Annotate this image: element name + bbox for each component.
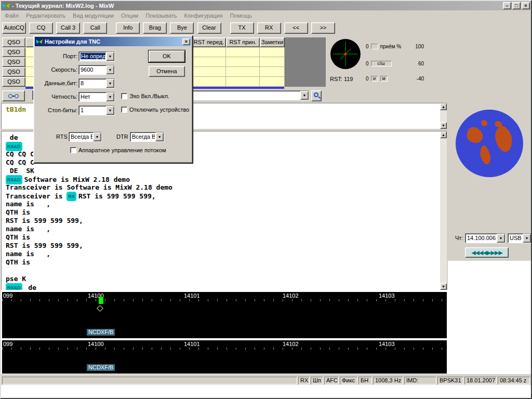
log-table-filler	[285, 37, 326, 47]
chevron-down-icon[interactable]: ▼	[155, 132, 164, 141]
chevron-down-icon[interactable]: ▼	[106, 106, 114, 115]
brag-button[interactable]: Brag	[143, 22, 167, 34]
call-button[interactable]: Call	[83, 22, 107, 34]
tx-button[interactable]: TX	[230, 22, 254, 34]
chevron-down-icon[interactable]: ▼	[497, 234, 505, 243]
menu-options[interactable]: Опции	[117, 11, 142, 20]
status-squelch-toggle[interactable]: Шп	[311, 377, 323, 384]
bye-button[interactable]: Bye	[170, 22, 194, 34]
terminal-line: Transceiver is Software is MixW 2.18 dem…	[6, 183, 438, 192]
info-button[interactable]: Info	[116, 22, 140, 34]
waterfall-2[interactable]: 09914100 1410114102 14103 NCDXF/B	[2, 340, 447, 374]
next-button[interactable]: >>	[311, 22, 335, 34]
status-afc-toggle[interactable]: AFC	[324, 377, 339, 384]
menu-configuration[interactable]: Конфигурация	[181, 11, 227, 20]
status-fixed-toggle[interactable]: Фикс	[340, 377, 357, 384]
status-time: 08:34:45 z	[498, 377, 530, 384]
entry-area[interactable]	[1, 385, 531, 398]
chevron-down-icon[interactable]: ▼	[106, 52, 114, 61]
qso-row-button[interactable]: QSO	[2, 47, 25, 57]
log-col-header-rst-sent[interactable]: RST перед.	[192, 37, 226, 47]
tune-right-arrows-icon[interactable]: ▶▶▶▶	[487, 249, 502, 256]
terminal-scrollbar[interactable]: ▲ ▼	[440, 131, 447, 290]
port-combo[interactable]: Не опред ▼	[78, 51, 115, 61]
port-label: Порт:	[37, 51, 77, 61]
databits-combo[interactable]: 8 ▼	[78, 78, 115, 88]
checkbox-icon[interactable]	[121, 107, 127, 113]
status-audio-freq[interactable]: 1008,3 Hz	[373, 377, 403, 384]
autocq-button[interactable]: AutoCQ	[2, 22, 26, 34]
scroll-down-icon[interactable]: ▼	[440, 283, 447, 290]
status-date: 18.01.2007	[464, 377, 497, 384]
status-mode[interactable]: BPSK31	[437, 377, 463, 384]
log-col-header-notes[interactable]: Заметки	[260, 37, 285, 47]
rx-button[interactable]: RX	[257, 22, 281, 34]
menu-view[interactable]: Показывать	[142, 11, 180, 20]
lookup-button[interactable]	[2, 90, 25, 101]
rx-window-scrollbar[interactable]: ▲ ▼	[440, 103, 447, 129]
scroll-up-icon[interactable]: ▲	[440, 103, 447, 110]
dialog-close-button[interactable]: ×	[182, 38, 190, 45]
menu-edit[interactable]: Редактировать	[22, 11, 69, 20]
disable-device-checkbox[interactable]: Отключить устройство	[121, 107, 189, 113]
terminal-line: name is ,	[6, 250, 438, 258]
flow-control-checkbox[interactable]: Аппаратное управление потоком	[70, 147, 166, 153]
frequency-combo[interactable]: 14.100.006 ▼	[465, 233, 506, 243]
log-corner-header[interactable]: QSO	[2, 37, 25, 47]
menu-file[interactable]: Файл	[1, 11, 22, 20]
prev-button[interactable]: <<	[284, 22, 308, 34]
search-button[interactable]	[311, 90, 322, 101]
terminal-line: name is ,	[6, 200, 438, 208]
menu-help[interactable]: Помощь	[226, 11, 256, 20]
dialog-title-bar[interactable]: Настройки для TNC ×	[35, 37, 191, 46]
echo-checkbox[interactable]: Эхо Вкл./Выкл.	[121, 93, 169, 99]
mode-combo[interactable]: USB ▼	[508, 233, 531, 243]
checkbox-icon[interactable]	[121, 93, 127, 99]
tnc-settings-dialog[interactable]: Настройки для TNC × Порт: Не опред ▼ OK …	[33, 35, 193, 163]
chevron-down-icon[interactable]: ▼	[523, 234, 531, 243]
dialog-title: Настройки для TNC	[45, 38, 182, 45]
tuning-cursor-icon[interactable]	[97, 305, 103, 312]
terminal-line: pse K	[6, 275, 438, 283]
status-bn-toggle[interactable]: БН	[358, 377, 372, 384]
ok-button[interactable]: OK	[149, 50, 185, 62]
call3-button[interactable]: Call 3	[56, 22, 80, 34]
scroll-up-icon[interactable]: ▲	[440, 131, 447, 138]
qso-row-button[interactable]: QSO	[2, 57, 25, 67]
log-col-header-rst-rcvd[interactable]: RST прин.	[226, 37, 260, 47]
rts-label: RTS	[56, 134, 68, 140]
close-button[interactable]: ×	[522, 2, 530, 9]
dtr-combo[interactable]: Всегда Вк ▼	[130, 132, 164, 142]
tuning-scope[interactable]	[330, 38, 361, 70]
beacon-label: NCDXF/B	[87, 329, 115, 336]
parity-combo[interactable]: Нет ▼	[78, 92, 115, 102]
chevron-down-icon[interactable]: ▼	[106, 79, 114, 88]
cq-button[interactable]: CQ	[29, 22, 53, 34]
clear-button[interactable]: Clear	[197, 22, 221, 34]
minimize-button[interactable]: –	[503, 2, 511, 9]
tune-arrows[interactable]: ◀◀◀◀ ▶▶▶▶	[465, 247, 509, 258]
checkbox-icon[interactable]	[70, 147, 76, 153]
status-bar: RX Шп AFC Фикс БН 1008,3 Hz IMD: BPSK31 …	[1, 376, 531, 385]
speed-combo[interactable]: 9600 ▼	[78, 65, 115, 75]
scroll-down-icon[interactable]: ▼	[440, 122, 447, 129]
rx-badge: RX&D	[6, 283, 22, 290]
globe-map[interactable]	[455, 109, 524, 178]
cancel-button[interactable]: Отмена	[149, 66, 185, 77]
chevron-down-icon[interactable]: ▼	[300, 91, 309, 100]
chevron-down-icon[interactable]: ▼	[106, 65, 114, 74]
chevron-down-icon[interactable]: ▼	[93, 132, 101, 141]
qso-row-button[interactable]: QSO	[2, 67, 25, 77]
stopbits-combo[interactable]: 1 ▼	[78, 105, 115, 115]
maximize-button[interactable]: □	[512, 2, 521, 9]
status-rx-toggle[interactable]: RX	[298, 377, 310, 384]
frequency-label: Чт:	[455, 235, 463, 241]
waterfall-1[interactable]: 09914100 1410114102 14103 NCDXF/B	[2, 292, 447, 338]
menu-mode[interactable]: Вид модуляции	[69, 11, 117, 20]
terminal-line: QTH is	[6, 233, 438, 242]
chevron-down-icon[interactable]: ▼	[106, 92, 114, 101]
qso-row-button[interactable]: QSO	[2, 77, 25, 87]
title-bar[interactable]: - Текущий журнал: MixW2.log - MixW – □ ×	[1, 1, 531, 10]
rts-combo[interactable]: Всегда Вк ▼	[69, 132, 102, 142]
tune-left-arrows-icon[interactable]: ◀◀◀◀	[471, 249, 487, 256]
